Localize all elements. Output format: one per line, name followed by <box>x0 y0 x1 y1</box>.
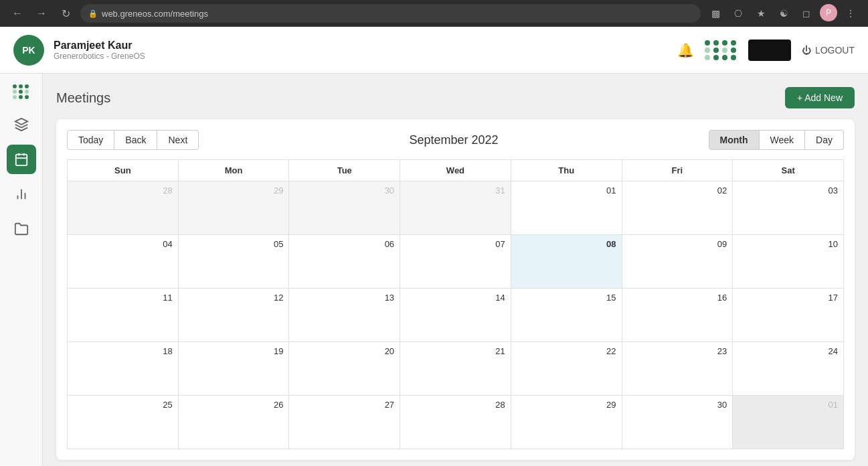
user-name: Paramjeet Kaur <box>54 40 145 52</box>
back-button[interactable]: ← <box>8 4 27 23</box>
calendar-day-cell[interactable]: 16 <box>622 289 733 342</box>
day-number: 28 <box>73 185 173 196</box>
calendar-day-cell[interactable]: 17 <box>733 289 844 342</box>
avatar: PK <box>13 35 44 66</box>
calendar-nav-group: Today Back Next <box>67 130 199 150</box>
sidebar-item-calendar[interactable] <box>7 145 36 174</box>
calendar-day-cell[interactable]: 07 <box>400 235 511 289</box>
extension-button[interactable]: ☯ <box>774 4 793 23</box>
sidebar-logo-dot <box>25 95 29 99</box>
share-button[interactable]: ⎔ <box>729 4 748 23</box>
day-number: 09 <box>628 239 727 249</box>
calendar-day-cell[interactable]: 25 <box>68 396 179 449</box>
day-number: 30 <box>628 400 727 410</box>
calendar-day-cell[interactable]: 28 <box>68 181 179 235</box>
page-title: Meetings <box>56 90 110 106</box>
calendar-day-cell[interactable]: 11 <box>68 289 179 342</box>
calendar-day-cell[interactable]: 22 <box>511 342 622 396</box>
bookmark-button[interactable]: ★ <box>752 4 770 23</box>
sidebar-item-layers[interactable] <box>7 110 36 139</box>
logo-dot <box>722 40 727 46</box>
day-number: 31 <box>406 185 505 196</box>
col-sun: Sun <box>68 160 179 181</box>
col-wed: Wed <box>400 160 511 181</box>
cast-button[interactable]: ▩ <box>706 4 725 23</box>
address-bar[interactable]: 🔒 web.greneos.com/meetings <box>80 4 701 23</box>
day-view-button[interactable]: Day <box>805 130 844 150</box>
back-nav-button[interactable]: Back <box>114 130 157 150</box>
calendar-day-cell[interactable]: 23 <box>622 342 733 396</box>
calendar-day-cell[interactable]: 01 <box>511 181 622 235</box>
day-number: 25 <box>73 400 173 410</box>
content-header: Meetings + Add New <box>56 87 855 108</box>
logo-dot <box>713 48 719 53</box>
calendar-day-cell[interactable]: 03 <box>733 181 844 235</box>
next-nav-button[interactable]: Next <box>157 130 199 150</box>
sidebar <box>0 74 43 466</box>
calendar-day-cell[interactable]: 02 <box>622 181 733 235</box>
calendar-day-cell[interactable]: 10 <box>733 235 844 289</box>
sidebar-logo-dot <box>19 95 23 99</box>
calendar-day-cell[interactable]: 15 <box>511 289 622 342</box>
day-number: 13 <box>294 293 394 303</box>
logo-dot <box>705 40 710 46</box>
day-number: 18 <box>73 346 173 356</box>
calendar-day-cell[interactable]: 06 <box>289 235 400 289</box>
calendar-week-row: 25262728293001 <box>68 396 844 449</box>
calendar-card: Today Back Next September 2022 Month Wee… <box>56 119 855 460</box>
logout-button[interactable]: ⏻ LOGOUT <box>802 45 855 56</box>
calendar-day-cell[interactable]: 04 <box>68 235 179 289</box>
layout-button[interactable]: ◻ <box>797 4 816 23</box>
calendar-title: September 2022 <box>409 133 498 147</box>
day-number: 11 <box>73 293 173 303</box>
calendar-day-cell[interactable]: 30 <box>289 181 400 235</box>
day-number: 30 <box>294 185 394 196</box>
calendar-day-cell[interactable]: 30 <box>622 396 733 449</box>
calendar-day-cell[interactable]: 29 <box>511 396 622 449</box>
sidebar-logo <box>13 84 29 99</box>
calendar-day-cell[interactable]: 12 <box>178 289 289 342</box>
calendar-day-cell[interactable]: 13 <box>289 289 400 342</box>
notification-bell[interactable]: 🔔 <box>677 42 694 58</box>
main-layout: Meetings + Add New Today Back Next Septe… <box>0 74 868 466</box>
week-view-button[interactable]: Week <box>760 130 806 150</box>
forward-button[interactable]: → <box>32 4 51 23</box>
day-number: 27 <box>294 400 394 410</box>
profile-button[interactable]: P <box>820 4 837 21</box>
calendar-day-cell[interactable]: 01 <box>733 396 844 449</box>
today-button[interactable]: Today <box>67 130 114 150</box>
header-left: PK Paramjeet Kaur Grenerobotics - GreneO… <box>13 35 145 66</box>
calendar-day-cell[interactable]: 08 <box>511 235 622 289</box>
day-number: 12 <box>184 293 284 303</box>
month-view-button[interactable]: Month <box>709 130 760 150</box>
day-number: 10 <box>738 239 838 249</box>
calendar-day-cell[interactable]: 26 <box>178 396 289 449</box>
add-new-button[interactable]: + Add New <box>785 87 855 108</box>
calendar-day-cell[interactable]: 27 <box>289 396 400 449</box>
grene-logo <box>705 40 737 60</box>
calendar-day-cell[interactable]: 24 <box>733 342 844 396</box>
menu-button[interactable]: ⋮ <box>841 4 860 23</box>
calendar-day-cell[interactable]: 19 <box>178 342 289 396</box>
sidebar-item-files[interactable] <box>7 214 36 244</box>
calendar-day-cell[interactable]: 29 <box>178 181 289 235</box>
day-number: 20 <box>294 346 394 356</box>
calendar-day-cell[interactable]: 18 <box>68 342 179 396</box>
calendar-day-cell[interactable]: 28 <box>400 396 511 449</box>
day-number: 19 <box>184 346 284 356</box>
calendar-day-cell[interactable]: 14 <box>400 289 511 342</box>
calendar-day-cell[interactable]: 05 <box>178 235 289 289</box>
sidebar-item-analytics[interactable] <box>7 179 36 209</box>
sidebar-logo-dot <box>13 90 17 94</box>
refresh-button[interactable]: ↻ <box>56 4 75 23</box>
calendar-day-cell[interactable]: 31 <box>400 181 511 235</box>
calendar-day-cell[interactable]: 20 <box>289 342 400 396</box>
calendar-day-cell[interactable]: 09 <box>622 235 733 289</box>
logo-dot <box>705 48 710 53</box>
sidebar-logo-dot <box>19 90 23 94</box>
user-info: Paramjeet Kaur Grenerobotics - GreneOS <box>54 40 145 61</box>
day-number: 17 <box>738 293 838 303</box>
day-number: 24 <box>738 346 838 356</box>
calendar-day-cell[interactable]: 21 <box>400 342 511 396</box>
sidebar-logo-dot <box>25 90 29 94</box>
